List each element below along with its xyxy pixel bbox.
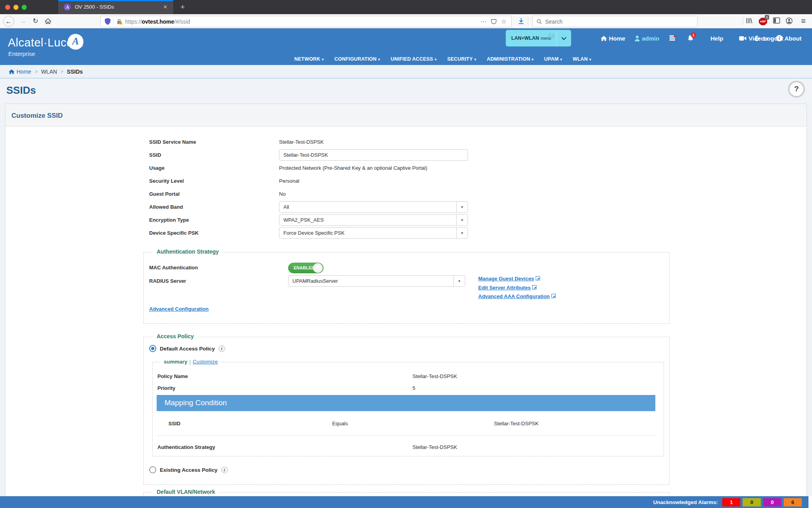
radio-selected-icon[interactable] — [149, 345, 156, 352]
header-home-link[interactable]: Home — [601, 34, 625, 43]
access-policy-section: Access Policy Default Access Policy i su… — [143, 337, 670, 485]
ssid-input[interactable] — [279, 149, 468, 161]
alarm-badge-critical[interactable]: 1 — [722, 498, 740, 506]
unacknowledged-alarms-label: Unacknowledged Alarms: — [653, 499, 718, 505]
device-specific-psk-label: Device Specific PSK — [149, 230, 279, 236]
nav-upam[interactable]: UPAM▾ — [544, 56, 562, 62]
alarm-badge-warning[interactable]: 6 — [784, 498, 802, 506]
authentication-strategy-section: Authentication Strategy MAC Authenticati… — [143, 252, 670, 324]
library-icon[interactable] — [746, 17, 755, 25]
caret-down-icon[interactable]: ▾ — [453, 276, 465, 286]
radius-server-label: RADIUS Server — [149, 278, 186, 284]
url-bar[interactable]: https://ovtest.home/#/ssid ⋯ ☆ — [100, 16, 512, 27]
window-close-button[interactable] — [5, 5, 10, 10]
priority-value: 5 — [412, 385, 415, 391]
home-icon — [9, 69, 15, 74]
device-specific-psk-select[interactable]: Force Device Specific PSK ▾ — [279, 227, 468, 239]
edit-server-attributes-link[interactable]: Edit Server Attributes — [478, 284, 556, 293]
sidebar-icon[interactable] — [773, 17, 782, 25]
window-minimize-button[interactable] — [13, 5, 18, 10]
account-icon[interactable] — [786, 17, 794, 25]
security-level-label: Security Level — [149, 178, 279, 184]
access-policy-legend: Access Policy — [153, 333, 197, 339]
allowed-band-select[interactable]: All ▾ — [279, 201, 468, 213]
existing-access-policy-option[interactable]: Existing Access Policy i — [149, 466, 228, 473]
window-zoom-button[interactable] — [22, 5, 27, 10]
alarm-badge-minor[interactable]: 0 — [763, 498, 781, 506]
auth-strategy-row-label: Authentication Strategy — [157, 444, 215, 450]
radio-unselected-icon[interactable] — [149, 466, 156, 473]
breadcrumb-home-link[interactable]: Home — [9, 69, 31, 75]
toolbar-divider — [528, 17, 528, 25]
lan-wlan-menu-label[interactable]: LAN+WLAN menu ⛁ — [506, 30, 557, 46]
new-tab-button[interactable]: + — [178, 3, 187, 11]
menu-hamburger-icon[interactable]: ≡ — [799, 17, 808, 25]
alarm-badge-major[interactable]: 0 — [743, 498, 761, 506]
nav-administration[interactable]: ADMINISTRATION▾ — [487, 56, 534, 62]
download-icon[interactable] — [518, 17, 525, 25]
header-help-link[interactable]: Help — [708, 34, 723, 43]
nav-configuration[interactable]: CONFIGURATION▾ — [335, 56, 380, 62]
encryption-type-select[interactable]: WPA2_PSK_AES ▾ — [279, 214, 468, 226]
advanced-configuration-link[interactable]: Advanced Configuration — [149, 305, 209, 314]
nav-wlan[interactable]: WLAN▾ — [573, 56, 591, 62]
lock-warning-icon[interactable] — [117, 19, 122, 24]
mac-authentication-toggle[interactable]: ENABLED — [288, 263, 324, 273]
reload-button[interactable]: ↻ — [30, 16, 41, 27]
caret-down-icon: ▾ — [322, 57, 324, 61]
manage-guest-devices-link[interactable]: Manage Guest Devices — [478, 274, 556, 284]
breadcrumb-wlan[interactable]: WLAN — [41, 69, 57, 75]
usage-label: Usage — [149, 165, 279, 171]
header-admin-link[interactable]: admin — [634, 34, 659, 43]
info-icon[interactable]: i — [218, 345, 225, 352]
search-bar[interactable] — [532, 16, 697, 27]
pocket-icon[interactable] — [488, 19, 499, 24]
caret-down-icon[interactable]: ▾ — [456, 215, 468, 225]
browser-home-button[interactable] — [43, 16, 54, 27]
auth-strategy-row-value: Stellar-Test-DSPSK — [412, 444, 457, 450]
page-actions-icon[interactable]: ⋯ — [478, 18, 488, 25]
allowed-band-label: Allowed Band — [149, 204, 279, 210]
header-logout-link[interactable]: Logout — [755, 34, 783, 43]
app-header: Alcatel·Lucent A Enterprise LAN+WLAN men… — [0, 28, 812, 65]
user-icon — [634, 35, 640, 41]
nav-network[interactable]: NETWORK▾ — [294, 56, 324, 62]
back-button[interactable]: ← — [3, 16, 14, 27]
bookmark-star-icon[interactable]: ☆ — [499, 18, 509, 25]
page-title: SSIDs — [6, 84, 36, 96]
breadcrumb-separator: > — [35, 69, 37, 74]
toggle-knob[interactable] — [313, 263, 323, 273]
tracking-shield-icon[interactable] — [105, 18, 111, 25]
mapping-condition-title: Mapping Condition — [165, 399, 227, 407]
advanced-aaa-configuration-link[interactable]: Advanced AAA Configuration — [478, 292, 556, 301]
radius-links: Manage Guest Devices Edit Server Attribu… — [478, 274, 556, 301]
info-icon[interactable]: i — [221, 467, 228, 473]
page-help-button[interactable]: ? — [790, 82, 803, 96]
default-access-policy-option[interactable]: Default Access Policy i — [149, 345, 225, 352]
encryption-type-label: Encryption Type — [149, 217, 279, 223]
brand-sub-label: Enterprise — [8, 50, 35, 57]
caret-down-icon[interactable]: ▾ — [456, 228, 468, 238]
header-notifications-button[interactable]: 1 — [687, 34, 694, 43]
mapping-condition-table: SSID Equals Stellar-Test-DSPSK — [157, 411, 655, 436]
header-report-button[interactable] — [669, 34, 676, 43]
menu-switcher-chevron[interactable] — [557, 30, 571, 46]
search-input[interactable] — [545, 19, 697, 25]
nav-security[interactable]: SECURITY▾ — [447, 56, 476, 62]
mac-authentication-label: MAC Authentication — [149, 265, 198, 271]
url-text[interactable]: https://ovtest.home/#/ssid — [125, 19, 478, 25]
caret-down-icon[interactable]: ▾ — [456, 202, 468, 212]
browser-tab[interactable]: A OV 2500 - SSIDs × — [58, 0, 173, 14]
forward-button[interactable]: → — [17, 16, 28, 27]
tab-close-icon[interactable]: × — [161, 3, 169, 11]
ssid-row: SSID — [6, 148, 806, 161]
priority-label: Priority — [157, 385, 176, 391]
customize-link[interactable]: Customize — [193, 359, 218, 365]
policy-name-label: Policy Name — [157, 373, 188, 379]
lan-wlan-menu-switcher[interactable]: LAN+WLAN menu ⛁ — [506, 30, 571, 46]
radius-server-select[interactable]: UPAMRadiusServer ▾ — [288, 275, 465, 287]
summary-tab[interactable]: summary — [164, 359, 187, 365]
nav-unified-access[interactable]: UNIFIED ACCESS▾ — [391, 56, 437, 62]
panel-title: Customize SSID — [6, 104, 806, 120]
allowed-band-row: Allowed Band All ▾ — [6, 200, 806, 213]
